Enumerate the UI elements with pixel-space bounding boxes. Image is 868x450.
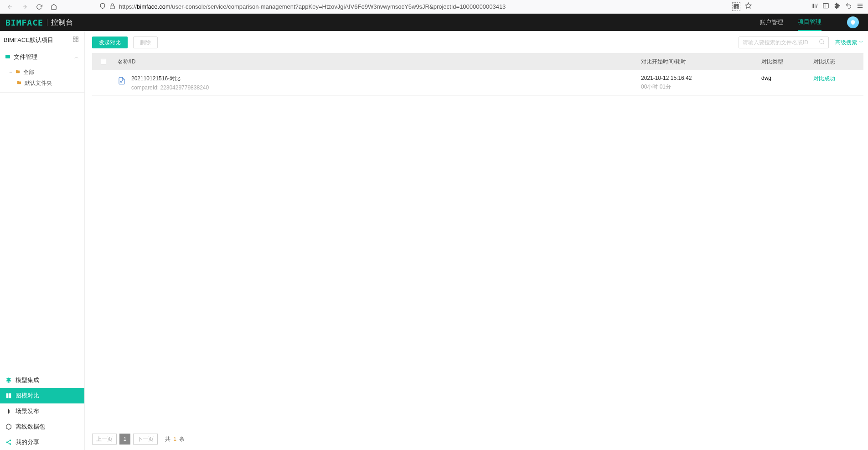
svg-rect-7 <box>6 393 9 398</box>
th-type: 对比类型 <box>761 58 813 66</box>
sidebar-item-my-share[interactable]: 我的分享 <box>0 434 84 450</box>
table-header: 名称/ID 对比开始时间/耗时 对比类型 对比状态 <box>92 53 863 70</box>
translate-icon[interactable]: 翻 <box>732 2 740 11</box>
select-all-checkbox[interactable] <box>101 59 106 64</box>
file-mgmt-label: 文件管理 <box>14 53 37 61</box>
svg-marker-1 <box>745 3 751 8</box>
nav-forward-button[interactable] <box>19 1 30 12</box>
file-name: 202110121516-对比 <box>131 75 209 83</box>
header-link-account[interactable]: 账户管理 <box>760 14 783 31</box>
next-page-button[interactable]: 下一页 <box>133 434 158 445</box>
package-icon <box>5 424 12 430</box>
prev-page-button[interactable]: 上一页 <box>92 434 117 445</box>
nav-reload-button[interactable] <box>34 1 45 12</box>
th-status: 对比状态 <box>813 58 863 66</box>
layers-icon <box>5 377 12 383</box>
svg-rect-5 <box>73 40 75 42</box>
minus-icon: − <box>9 69 12 75</box>
table-row[interactable]: 202110121516-对比 compareId: 2230429779838… <box>92 70 863 96</box>
library-icon[interactable] <box>811 2 818 11</box>
avatar[interactable] <box>847 16 859 28</box>
bookmark-star-icon[interactable] <box>745 2 752 11</box>
total-suffix: 条 <box>179 436 185 442</box>
adv-search-label: 高级搜索 <box>835 39 857 47</box>
total-count: 1 <box>173 436 176 442</box>
sidebar-toggle-icon[interactable] <box>822 2 829 11</box>
logo-divider <box>47 19 47 26</box>
tree-all-label: 全部 <box>23 68 34 76</box>
sidebar-item-file-management[interactable]: 文件管理 ︿ <box>0 49 84 65</box>
nav-back-button[interactable] <box>5 1 16 12</box>
url-path: /user-console/service/comparison-managem… <box>170 3 506 10</box>
extension-icon[interactable] <box>834 2 841 11</box>
sidebar: BIMFACE默认项目 文件管理 ︿ − <box>0 31 85 450</box>
svg-point-10 <box>6 441 8 443</box>
sidebar-item-scene-publish[interactable]: 场景发布 <box>0 403 84 419</box>
file-id-label: compareId: <box>131 84 159 91</box>
svg-rect-2 <box>823 4 828 8</box>
scene-publish-label: 场景发布 <box>16 407 39 415</box>
folder-icon <box>16 80 22 86</box>
rocket-icon <box>5 408 12 414</box>
content-area: 发起对比 删除 高级搜索 ﹀ 名称/ID 对比开始时间/耗时 对比类型 对比状态 <box>85 31 868 450</box>
row-checkbox[interactable] <box>101 76 106 81</box>
file-id: compareId: 2230429779838240 <box>131 84 209 91</box>
share-icon <box>5 439 12 445</box>
logo[interactable]: BIMFACE 控制台 <box>5 18 73 27</box>
file-icon <box>118 76 127 91</box>
svg-point-9 <box>10 440 11 441</box>
project-selector[interactable]: BIMFACE默认项目 <box>0 31 84 49</box>
my-share-label: 我的分享 <box>16 438 39 446</box>
sidebar-item-model-integration[interactable]: 模型集成 <box>0 372 84 388</box>
svg-point-12 <box>820 40 824 44</box>
project-name-label: BIMFACE默认项目 <box>4 36 53 44</box>
tree-item-all[interactable]: − 全部 <box>0 67 84 78</box>
chevron-up-icon: ︿ <box>74 54 79 60</box>
start-compare-button[interactable]: 发起对比 <box>92 37 128 48</box>
sidebar-item-diagram-compare[interactable]: 图模对比 <box>0 388 84 403</box>
logo-text: 控制台 <box>51 18 73 27</box>
undo-icon[interactable] <box>845 2 852 11</box>
svg-point-13 <box>120 82 121 83</box>
header-link-project[interactable]: 项目管理 <box>798 14 822 31</box>
page-number-current[interactable]: 1 <box>119 434 130 445</box>
total-prefix: 共 <box>165 436 170 442</box>
nav-home-button[interactable] <box>48 1 59 12</box>
menu-icon[interactable] <box>857 2 863 11</box>
search-icon[interactable] <box>819 38 825 47</box>
tree-item-default-folder[interactable]: 默认文件夹 <box>0 78 84 89</box>
svg-rect-3 <box>73 37 75 39</box>
compare-type: dwg <box>761 75 813 91</box>
search-box[interactable] <box>739 37 829 48</box>
chevron-down-icon: ﹀ <box>859 39 863 46</box>
compare-status: 对比成功 <box>813 75 863 91</box>
diagram-compare-label: 图模对比 <box>16 392 39 400</box>
sidebar-item-offline-package[interactable]: 离线数据包 <box>0 419 84 434</box>
compare-icon <box>5 392 12 399</box>
logo-mark: BIMFACE <box>5 18 43 27</box>
url-bar[interactable]: https://bimface.com/user-console/service… <box>119 3 728 10</box>
offline-package-label: 离线数据包 <box>16 423 45 431</box>
lock-icon[interactable] <box>109 3 115 11</box>
app-header: BIMFACE 控制台 账户管理 项目管理 <box>0 14 868 31</box>
pagination: 上一页 1 下一页 共 1 条 <box>92 434 185 445</box>
svg-rect-8 <box>9 393 11 398</box>
svg-rect-4 <box>76 37 78 39</box>
svg-point-11 <box>10 443 11 445</box>
delete-button[interactable]: 删除 <box>133 37 158 48</box>
browser-toolbar: https://bimface.com/user-console/service… <box>0 0 868 14</box>
advanced-search-link[interactable]: 高级搜索 ﹀ <box>835 39 863 47</box>
url-domain: bimface.com <box>137 3 170 10</box>
search-input[interactable] <box>743 39 819 46</box>
file-id-value: 2230429779838240 <box>160 84 209 91</box>
svg-rect-0 <box>110 5 115 8</box>
tree-default-folder-label: 默认文件夹 <box>25 79 52 87</box>
grid-icon[interactable] <box>72 36 79 44</box>
folder-icon <box>15 69 21 75</box>
compare-duration: 00小时 01分 <box>641 83 761 91</box>
model-integration-label: 模型集成 <box>16 376 39 384</box>
shield-icon[interactable] <box>99 3 106 11</box>
svg-rect-6 <box>76 40 78 42</box>
folder-icon <box>5 54 11 61</box>
compare-table: 名称/ID 对比开始时间/耗时 对比类型 对比状态 202110121516-对… <box>92 53 863 96</box>
